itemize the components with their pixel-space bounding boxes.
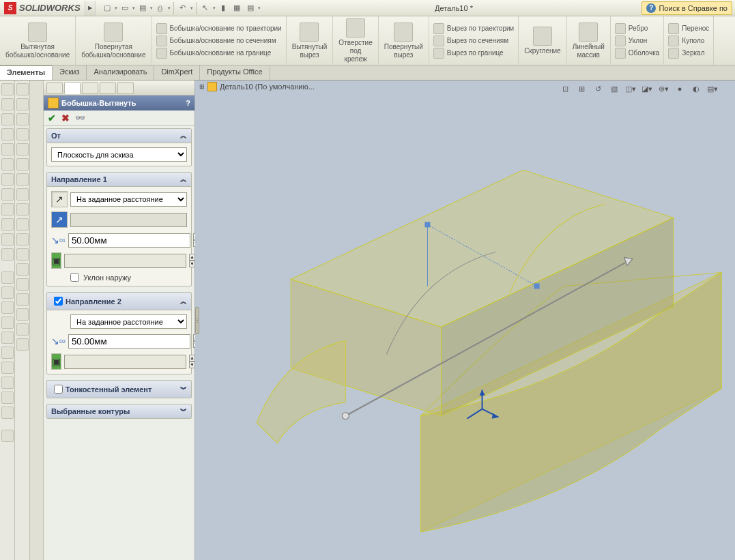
- tool-icon[interactable]: [16, 203, 29, 216]
- tool-icon[interactable]: [1, 158, 14, 171]
- pm-selected-contours-header[interactable]: Выбранные контуры︾: [46, 404, 192, 419]
- pm-group-dir1-header[interactable]: Направление 1︽: [47, 173, 191, 187]
- pm-tab-config[interactable]: [82, 82, 98, 94]
- from-condition-select[interactable]: Плоскость для эскиза: [51, 147, 187, 162]
- tool-icon[interactable]: [16, 263, 29, 276]
- open-icon[interactable]: ▭: [119, 2, 131, 14]
- tool-icon[interactable]: [16, 248, 29, 261]
- rib-button[interactable]: Ребро: [615, 23, 648, 34]
- tool-icon[interactable]: [1, 113, 14, 126]
- tool-icon[interactable]: [1, 301, 14, 314]
- depth-d2-input[interactable]: [68, 334, 190, 349]
- tool-icon[interactable]: [1, 286, 14, 299]
- extruded-boss-button[interactable]: Вытянутая бобышка/основание: [4, 21, 71, 61]
- direction-vector-icon[interactable]: ↗: [51, 211, 68, 228]
- tab-office[interactable]: Продукты Office: [200, 65, 270, 80]
- print-icon[interactable]: ⎙: [154, 2, 167, 14]
- revolved-cut-button[interactable]: Повернутый вырез: [383, 21, 424, 61]
- swept-cut-button[interactable]: Вырез по траектории: [433, 23, 514, 34]
- pm-group-from-header[interactable]: От︽: [47, 129, 191, 143]
- tool-icon[interactable]: [16, 158, 29, 171]
- ok-button[interactable]: ✔: [48, 113, 56, 123]
- tool-icon[interactable]: [1, 316, 14, 329]
- tool-icon[interactable]: [1, 83, 14, 95]
- options-icon[interactable]: ▦: [231, 2, 243, 14]
- tab-features[interactable]: Элементы: [0, 65, 53, 80]
- direction-reference-field[interactable]: [70, 213, 187, 227]
- thin-enable-checkbox[interactable]: [54, 385, 63, 394]
- tool-icon[interactable]: [1, 128, 14, 141]
- tool-icon[interactable]: [1, 218, 14, 231]
- tool-icon[interactable]: [1, 188, 14, 201]
- dir2-end-condition-select[interactable]: На заданное расстояние: [70, 314, 187, 329]
- tool-icon[interactable]: [1, 98, 14, 110]
- pm-tab-display[interactable]: [100, 82, 116, 94]
- tab-dimxpert[interactable]: DimXpert: [154, 65, 200, 80]
- detail-preview-icon[interactable]: 👓: [75, 113, 85, 123]
- tool-icon[interactable]: [1, 173, 14, 186]
- shell-button[interactable]: Оболочка: [615, 48, 660, 59]
- boundary-boss-button[interactable]: Бобышка/основание на границе: [156, 48, 272, 59]
- tool-icon[interactable]: [1, 233, 14, 246]
- undo-icon[interactable]: ↶: [177, 2, 189, 14]
- panel-splitter[interactable]: ⋮: [195, 80, 199, 560]
- tool-icon[interactable]: [16, 338, 29, 351]
- pm-tab-dim[interactable]: [117, 82, 134, 94]
- depth-d1-input[interactable]: [68, 233, 190, 248]
- tool-icon[interactable]: [16, 233, 29, 246]
- tool-icon[interactable]: [1, 347, 14, 359]
- draft2-spinner[interactable]: ▲▼: [189, 355, 195, 368]
- draft-spinner[interactable]: ▲▼: [189, 254, 195, 267]
- linear-pattern-button[interactable]: Линейный массив: [571, 21, 606, 61]
- tool-icon[interactable]: [1, 271, 14, 284]
- menu-dropdown[interactable]: ▶: [85, 1, 96, 16]
- pm-help-icon[interactable]: ?: [186, 99, 190, 107]
- mirror-button[interactable]: Зеркал: [668, 48, 704, 59]
- tool-icon[interactable]: [1, 248, 14, 261]
- dir2-enable-checkbox[interactable]: [54, 297, 63, 306]
- tool-icon[interactable]: [1, 362, 14, 374]
- tool-icon[interactable]: [16, 293, 29, 306]
- revolved-boss-button[interactable]: Повернутая бобышка/основание: [80, 21, 147, 61]
- tool-icon[interactable]: [16, 188, 29, 201]
- hole-wizard-button[interactable]: Отверстие под крепеж: [337, 17, 373, 65]
- tool-icon[interactable]: [1, 203, 14, 216]
- draft-outward-checkbox[interactable]: Уклон наружу: [51, 273, 187, 282]
- rebuild-icon[interactable]: ▮: [217, 2, 229, 14]
- draft-button[interactable]: Уклон: [615, 35, 647, 46]
- tool-icon[interactable]: [16, 98, 29, 110]
- tool-icon[interactable]: [16, 143, 29, 156]
- pm-tab-tree[interactable]: [46, 82, 63, 94]
- tool-icon[interactable]: [16, 278, 29, 291]
- tool-icon[interactable]: [16, 83, 29, 95]
- draft-on-off-icon[interactable]: ▣: [51, 252, 61, 269]
- lofted-boss-button[interactable]: Бобышка/основание по сечениям: [156, 35, 276, 46]
- tab-sketch[interactable]: Эскиз: [53, 65, 87, 80]
- tool-icon[interactable]: [1, 331, 14, 344]
- tool-icon[interactable]: [1, 143, 14, 156]
- pm-group-dir2-header[interactable]: Направление 2︽: [47, 293, 191, 310]
- tool-icon[interactable]: [16, 113, 29, 126]
- boundary-cut-button[interactable]: Вырез по границе: [433, 48, 504, 59]
- tool-icon[interactable]: [16, 308, 29, 321]
- swept-boss-button[interactable]: Бобышка/основание по траектории: [156, 23, 282, 34]
- help-search-box[interactable]: ? Поиск в Справке по: [642, 1, 732, 15]
- settings-icon[interactable]: ▤: [244, 2, 257, 14]
- lofted-cut-button[interactable]: Вырез по сечениям: [433, 35, 508, 46]
- graphics-viewport[interactable]: ⊞ Деталь10 (По умолчанию... ⊡ ⊞ ↺ ▧ ◫▾ ◪…: [195, 80, 735, 560]
- tool-icon[interactable]: [1, 377, 14, 389]
- new-doc-icon[interactable]: ▢: [101, 2, 113, 14]
- reverse-direction-icon[interactable]: ↗: [51, 191, 68, 207]
- tool-icon[interactable]: [16, 323, 29, 336]
- save-icon[interactable]: ▤: [136, 2, 149, 14]
- fillet-button[interactable]: Скругление: [523, 25, 562, 57]
- tool-icon[interactable]: [16, 218, 29, 231]
- tool-icon[interactable]: [16, 128, 29, 141]
- cancel-button[interactable]: ✖: [61, 113, 70, 123]
- draft2-icon[interactable]: ▣: [51, 353, 61, 370]
- pm-tab-props[interactable]: [64, 82, 81, 94]
- dir1-end-condition-select[interactable]: На заданное расстояние: [70, 192, 187, 207]
- tool-icon[interactable]: [16, 173, 29, 186]
- extruded-cut-button[interactable]: Вытянутый вырез: [291, 21, 329, 61]
- draft-angle-input[interactable]: [64, 254, 186, 268]
